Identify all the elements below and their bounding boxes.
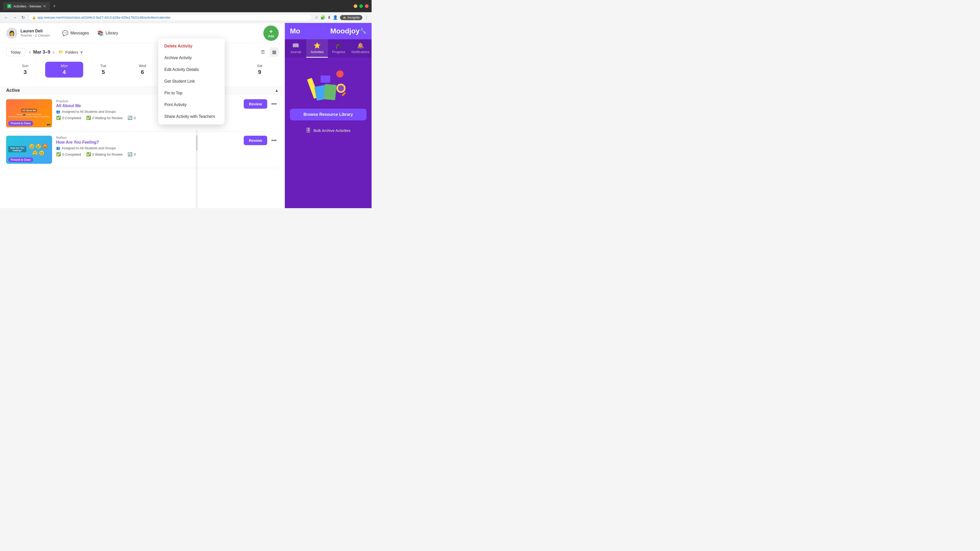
prev-week-button[interactable]: ‹ (29, 49, 30, 55)
activity-card-2: How Are You Feeling? 😊 😢 😡 😲 😐 Present t… (6, 132, 279, 168)
check-icon-1: ✅ (56, 116, 61, 120)
bulk-archive-label: Bulk Archive Activities (313, 128, 350, 133)
folders-chevron-icon: ∨ (80, 50, 83, 54)
journal-icon: 📖 (292, 42, 299, 49)
view-toggles: ☰ ▦ (258, 48, 279, 57)
sidebar-header: Mo Moodjoy 🔧 (285, 23, 372, 39)
day-name-tue: Tue (100, 64, 107, 68)
delete-activity-item[interactable]: Delete Activity (158, 40, 224, 52)
activity-title-2[interactable]: How Are You Feeling? (56, 140, 240, 144)
messages-nav[interactable]: 💬 Messages (62, 30, 89, 36)
review-button-2[interactable]: Review (244, 136, 267, 145)
list-view-toggle[interactable]: ☰ (258, 48, 267, 57)
review-button-1[interactable]: Review (244, 99, 267, 109)
bulk-archive-button[interactable]: 🗄 Bulk Archive Activities (306, 125, 350, 135)
day-cell-sat[interactable]: Sat 9 (241, 62, 279, 78)
library-nav[interactable]: 📚 Library (97, 30, 118, 36)
library-label: Library (106, 31, 118, 35)
day-num-wed: 6 (141, 69, 144, 76)
activity-thumb-1: All About Me Take a 📷 photo of yourself.… (6, 99, 52, 127)
activities-label: Activities (310, 50, 324, 54)
avatar[interactable]: 👩 (6, 27, 18, 39)
more-options-button-2[interactable]: ••• (269, 137, 279, 144)
more-options-button-1[interactable]: ••• (269, 100, 279, 108)
print-activity-item[interactable]: Print Activity (158, 99, 224, 111)
apple-icon (336, 70, 344, 78)
tab-activities[interactable]: ⭐ Activities (306, 39, 328, 58)
today-button[interactable]: Today (6, 48, 25, 56)
tab-close-icon[interactable]: ✕ (43, 4, 46, 8)
bookmark-icon[interactable]: ☆ (315, 15, 318, 20)
edit-activity-label: Edit Activity Details (164, 67, 199, 72)
lock-icon: 🔒 (32, 16, 36, 19)
day-name-sat: Sat (257, 64, 262, 68)
edit-activity-item[interactable]: Edit Activity Details (158, 64, 224, 76)
day-cell-tue[interactable]: Tue 5 (84, 62, 122, 78)
days-row: Sun 3 Mon 4 Tue 5 Wed 6 Thu 7 (6, 62, 279, 78)
settings-icon[interactable]: 🔧 (360, 28, 366, 35)
share-activity-item[interactable]: Share Activity with Teachers (158, 111, 224, 122)
section-collapse-icon[interactable]: ▲ (275, 88, 279, 93)
delete-activity-label: Delete Activity (164, 44, 192, 48)
activity-type-2: Reflect (56, 136, 240, 140)
download-icon[interactable]: ⬇ (328, 15, 331, 20)
address-bar[interactable]: 🔒 app.seesaw.me/#/class/class.e01bf4c2-9… (28, 14, 312, 21)
activity-thumb-2: How Are You Feeling? 😊 😢 😡 😲 😐 Present t… (6, 136, 52, 164)
assigned-icon-2: 👥 (56, 146, 60, 150)
folders-label: Folders (65, 50, 78, 54)
tablet-icon (321, 76, 330, 83)
minimize-button[interactable] (354, 4, 357, 8)
day-name-sun: Sun (22, 64, 28, 68)
next-week-button[interactable]: › (53, 49, 54, 55)
app-container: 👩 Lauren Deli Teacher - 2 Classes 💬 Mess… (0, 23, 372, 208)
get-student-link-label: Get Student Link (164, 79, 195, 84)
activity-card-1: All About Me Take a 📷 photo of yourself.… (6, 95, 279, 132)
new-tab-button[interactable]: + (53, 3, 56, 9)
day-cell-wed[interactable]: Wed 6 (123, 62, 161, 78)
add-button[interactable]: + Add (263, 25, 279, 41)
activity-actions-1: Review ••• (244, 99, 279, 109)
present-to-class-btn-1[interactable]: Present to Class (8, 121, 33, 126)
profile-icon[interactable]: 👤 (333, 15, 338, 20)
journal-label: Journal (290, 50, 301, 54)
scroll-thumb[interactable] (196, 135, 197, 151)
browser-tab[interactable]: S Activities - Seesaw ✕ (3, 2, 50, 10)
messages-icon: 💬 (62, 30, 68, 36)
assigned-icon-1: 👥 (56, 110, 60, 114)
calendar-section: Today ‹ Mar 3–9 › 📁 Folders ∨ ☰ ▦ (0, 43, 285, 86)
tab-progress[interactable]: 🎓 Progress (328, 39, 349, 58)
activity-assigned-2: 👥 Assigned to All Students and Groups (56, 146, 240, 150)
get-student-link-item[interactable]: Get Student Link (158, 76, 224, 87)
tab-notifications[interactable]: 🔔 Notifications (349, 39, 372, 58)
back-button[interactable]: ← (3, 14, 9, 21)
dropdown-menu: Delete Activity Archive Activity Edit Ac… (158, 38, 224, 124)
activity-stats-2: ✅ 0 Completed ✅ 0 Waiting for Review 🔄 0 (56, 152, 240, 157)
close-button[interactable] (365, 4, 369, 8)
extensions-icon[interactable]: 🧩 (320, 15, 325, 20)
activity-actions-2: Review ••• (244, 136, 279, 145)
pin-to-top-item[interactable]: Pin to Top (158, 87, 224, 99)
calendar-view-toggle[interactable]: ▦ (269, 48, 279, 57)
day-cell-sun[interactable]: Sun 3 (6, 62, 44, 78)
check-icon-2: ✅ (56, 152, 61, 157)
reload-button[interactable]: ↻ (21, 14, 26, 21)
date-range: ‹ Mar 3–9 › (29, 49, 54, 55)
book2-icon (324, 84, 336, 100)
present-to-class-btn-2[interactable]: Present to Class (8, 157, 33, 162)
folders-button[interactable]: 📁 Folders ∨ (59, 50, 83, 54)
archive-activity-item[interactable]: Archive Activity (158, 52, 224, 64)
tab-journal[interactable]: 📖 Journal (285, 39, 306, 58)
maximize-button[interactable] (360, 4, 363, 8)
menu-icon[interactable]: ⋮ (364, 15, 369, 20)
day-num-mon: 4 (63, 69, 66, 76)
main-content: 👩 Lauren Deli Teacher - 2 Classes 💬 Mess… (0, 23, 285, 208)
clock-icon-1: 🔄 (127, 116, 132, 120)
day-name-wed: Wed (139, 64, 146, 68)
class-name: Moodjoy (330, 27, 360, 35)
forward-button[interactable]: → (12, 14, 18, 21)
class-initial: Mo (290, 27, 300, 35)
day-cell-mon[interactable]: Mon 4 (45, 62, 83, 78)
activities-list: All About Me Take a 📷 photo of yourself.… (0, 95, 285, 168)
camera-icon-1: 📷 (47, 122, 51, 126)
browse-resource-library-button[interactable]: Browse Resource Library (290, 109, 366, 121)
